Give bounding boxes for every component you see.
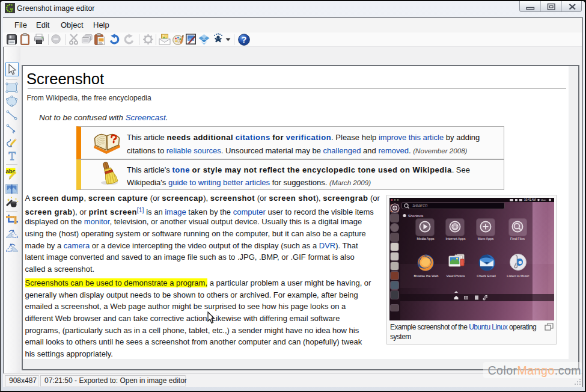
svg-text:Browse the Web: Browse the Web xyxy=(414,274,439,278)
svg-text:Check Email: Check Email xyxy=(477,274,495,278)
svg-text:T: T xyxy=(8,151,16,162)
svg-text:View Photos: View Photos xyxy=(447,274,465,278)
svg-text:Listen to Music: Listen to Music xyxy=(507,274,530,278)
svg-text:?: ? xyxy=(242,35,247,44)
svg-text:More Apps: More Apps xyxy=(478,237,494,240)
svg-text:Find Files: Find Files xyxy=(510,237,525,240)
svg-text:Internet Apps: Internet Apps xyxy=(446,237,466,240)
svg-text:Media Apps: Media Apps xyxy=(417,237,434,240)
